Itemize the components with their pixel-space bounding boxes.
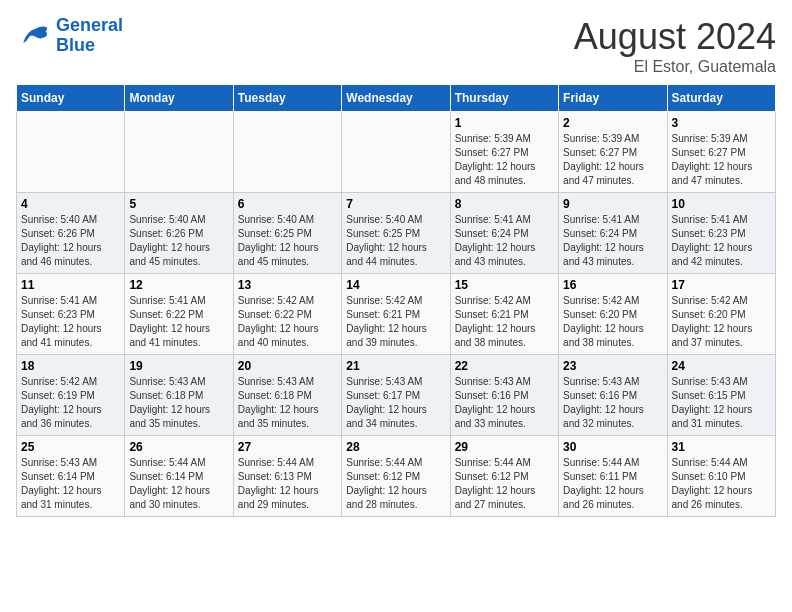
day-info: Sunrise: 5:44 AM Sunset: 6:13 PM Dayligh… — [238, 456, 337, 512]
logo: General Blue — [16, 16, 123, 56]
day-number: 31 — [672, 440, 771, 454]
header: General Blue August 2024 El Estor, Guate… — [16, 16, 776, 76]
day-info: Sunrise: 5:41 AM Sunset: 6:24 PM Dayligh… — [455, 213, 554, 269]
day-info: Sunrise: 5:40 AM Sunset: 6:25 PM Dayligh… — [238, 213, 337, 269]
day-number: 21 — [346, 359, 445, 373]
calendar-cell — [342, 112, 450, 193]
weekday-header-friday: Friday — [559, 85, 667, 112]
day-info: Sunrise: 5:43 AM Sunset: 6:16 PM Dayligh… — [455, 375, 554, 431]
day-number: 16 — [563, 278, 662, 292]
day-number: 4 — [21, 197, 120, 211]
calendar-cell: 18Sunrise: 5:42 AM Sunset: 6:19 PM Dayli… — [17, 355, 125, 436]
day-info: Sunrise: 5:44 AM Sunset: 6:10 PM Dayligh… — [672, 456, 771, 512]
calendar-cell: 4Sunrise: 5:40 AM Sunset: 6:26 PM Daylig… — [17, 193, 125, 274]
day-info: Sunrise: 5:43 AM Sunset: 6:18 PM Dayligh… — [129, 375, 228, 431]
day-number: 19 — [129, 359, 228, 373]
calendar-cell: 22Sunrise: 5:43 AM Sunset: 6:16 PM Dayli… — [450, 355, 558, 436]
day-info: Sunrise: 5:42 AM Sunset: 6:20 PM Dayligh… — [563, 294, 662, 350]
day-info: Sunrise: 5:39 AM Sunset: 6:27 PM Dayligh… — [563, 132, 662, 188]
logo-line1: General — [56, 15, 123, 35]
day-number: 7 — [346, 197, 445, 211]
day-number: 10 — [672, 197, 771, 211]
day-info: Sunrise: 5:41 AM Sunset: 6:22 PM Dayligh… — [129, 294, 228, 350]
calendar-cell: 29Sunrise: 5:44 AM Sunset: 6:12 PM Dayli… — [450, 436, 558, 517]
day-number: 27 — [238, 440, 337, 454]
day-number: 20 — [238, 359, 337, 373]
calendar-cell: 15Sunrise: 5:42 AM Sunset: 6:21 PM Dayli… — [450, 274, 558, 355]
day-number: 3 — [672, 116, 771, 130]
day-info: Sunrise: 5:42 AM Sunset: 6:22 PM Dayligh… — [238, 294, 337, 350]
day-info: Sunrise: 5:43 AM Sunset: 6:18 PM Dayligh… — [238, 375, 337, 431]
day-info: Sunrise: 5:44 AM Sunset: 6:14 PM Dayligh… — [129, 456, 228, 512]
day-info: Sunrise: 5:43 AM Sunset: 6:15 PM Dayligh… — [672, 375, 771, 431]
day-info: Sunrise: 5:43 AM Sunset: 6:17 PM Dayligh… — [346, 375, 445, 431]
day-number: 5 — [129, 197, 228, 211]
calendar-cell: 21Sunrise: 5:43 AM Sunset: 6:17 PM Dayli… — [342, 355, 450, 436]
logo-text: General Blue — [56, 16, 123, 56]
day-info: Sunrise: 5:39 AM Sunset: 6:27 PM Dayligh… — [672, 132, 771, 188]
day-number: 23 — [563, 359, 662, 373]
day-number: 28 — [346, 440, 445, 454]
calendar-week-row: 4Sunrise: 5:40 AM Sunset: 6:26 PM Daylig… — [17, 193, 776, 274]
title-area: August 2024 El Estor, Guatemala — [574, 16, 776, 76]
day-info: Sunrise: 5:41 AM Sunset: 6:23 PM Dayligh… — [21, 294, 120, 350]
calendar-cell: 17Sunrise: 5:42 AM Sunset: 6:20 PM Dayli… — [667, 274, 775, 355]
calendar-cell: 13Sunrise: 5:42 AM Sunset: 6:22 PM Dayli… — [233, 274, 341, 355]
calendar-cell: 16Sunrise: 5:42 AM Sunset: 6:20 PM Dayli… — [559, 274, 667, 355]
day-number: 11 — [21, 278, 120, 292]
weekday-header-wednesday: Wednesday — [342, 85, 450, 112]
weekday-header-sunday: Sunday — [17, 85, 125, 112]
calendar-cell: 5Sunrise: 5:40 AM Sunset: 6:26 PM Daylig… — [125, 193, 233, 274]
calendar-cell: 11Sunrise: 5:41 AM Sunset: 6:23 PM Dayli… — [17, 274, 125, 355]
calendar-week-row: 18Sunrise: 5:42 AM Sunset: 6:19 PM Dayli… — [17, 355, 776, 436]
day-info: Sunrise: 5:39 AM Sunset: 6:27 PM Dayligh… — [455, 132, 554, 188]
calendar-cell: 2Sunrise: 5:39 AM Sunset: 6:27 PM Daylig… — [559, 112, 667, 193]
calendar-cell — [125, 112, 233, 193]
day-number: 9 — [563, 197, 662, 211]
day-info: Sunrise: 5:44 AM Sunset: 6:12 PM Dayligh… — [455, 456, 554, 512]
weekday-header-row: SundayMondayTuesdayWednesdayThursdayFrid… — [17, 85, 776, 112]
day-info: Sunrise: 5:44 AM Sunset: 6:12 PM Dayligh… — [346, 456, 445, 512]
calendar-table: SundayMondayTuesdayWednesdayThursdayFrid… — [16, 84, 776, 517]
weekday-header-monday: Monday — [125, 85, 233, 112]
calendar-cell: 27Sunrise: 5:44 AM Sunset: 6:13 PM Dayli… — [233, 436, 341, 517]
day-info: Sunrise: 5:43 AM Sunset: 6:16 PM Dayligh… — [563, 375, 662, 431]
calendar-cell: 14Sunrise: 5:42 AM Sunset: 6:21 PM Dayli… — [342, 274, 450, 355]
day-number: 6 — [238, 197, 337, 211]
logo-bird-icon — [16, 18, 52, 54]
day-info: Sunrise: 5:40 AM Sunset: 6:25 PM Dayligh… — [346, 213, 445, 269]
calendar-cell: 12Sunrise: 5:41 AM Sunset: 6:22 PM Dayli… — [125, 274, 233, 355]
day-number: 13 — [238, 278, 337, 292]
day-number: 15 — [455, 278, 554, 292]
day-info: Sunrise: 5:44 AM Sunset: 6:11 PM Dayligh… — [563, 456, 662, 512]
day-number: 1 — [455, 116, 554, 130]
day-number: 2 — [563, 116, 662, 130]
calendar-cell: 3Sunrise: 5:39 AM Sunset: 6:27 PM Daylig… — [667, 112, 775, 193]
day-number: 17 — [672, 278, 771, 292]
weekday-header-thursday: Thursday — [450, 85, 558, 112]
calendar-cell: 26Sunrise: 5:44 AM Sunset: 6:14 PM Dayli… — [125, 436, 233, 517]
day-info: Sunrise: 5:40 AM Sunset: 6:26 PM Dayligh… — [21, 213, 120, 269]
weekday-header-tuesday: Tuesday — [233, 85, 341, 112]
calendar-cell: 20Sunrise: 5:43 AM Sunset: 6:18 PM Dayli… — [233, 355, 341, 436]
calendar-cell: 7Sunrise: 5:40 AM Sunset: 6:25 PM Daylig… — [342, 193, 450, 274]
day-info: Sunrise: 5:42 AM Sunset: 6:19 PM Dayligh… — [21, 375, 120, 431]
day-info: Sunrise: 5:43 AM Sunset: 6:14 PM Dayligh… — [21, 456, 120, 512]
day-number: 25 — [21, 440, 120, 454]
day-info: Sunrise: 5:42 AM Sunset: 6:21 PM Dayligh… — [455, 294, 554, 350]
calendar-cell: 25Sunrise: 5:43 AM Sunset: 6:14 PM Dayli… — [17, 436, 125, 517]
day-number: 18 — [21, 359, 120, 373]
calendar-subtitle: El Estor, Guatemala — [574, 58, 776, 76]
calendar-cell: 28Sunrise: 5:44 AM Sunset: 6:12 PM Dayli… — [342, 436, 450, 517]
logo-line2: Blue — [56, 35, 95, 55]
day-number: 30 — [563, 440, 662, 454]
calendar-cell: 6Sunrise: 5:40 AM Sunset: 6:25 PM Daylig… — [233, 193, 341, 274]
day-info: Sunrise: 5:42 AM Sunset: 6:21 PM Dayligh… — [346, 294, 445, 350]
calendar-cell — [233, 112, 341, 193]
calendar-cell: 24Sunrise: 5:43 AM Sunset: 6:15 PM Dayli… — [667, 355, 775, 436]
day-number: 12 — [129, 278, 228, 292]
day-info: Sunrise: 5:41 AM Sunset: 6:23 PM Dayligh… — [672, 213, 771, 269]
calendar-cell: 19Sunrise: 5:43 AM Sunset: 6:18 PM Dayli… — [125, 355, 233, 436]
day-number: 26 — [129, 440, 228, 454]
calendar-week-row: 11Sunrise: 5:41 AM Sunset: 6:23 PM Dayli… — [17, 274, 776, 355]
